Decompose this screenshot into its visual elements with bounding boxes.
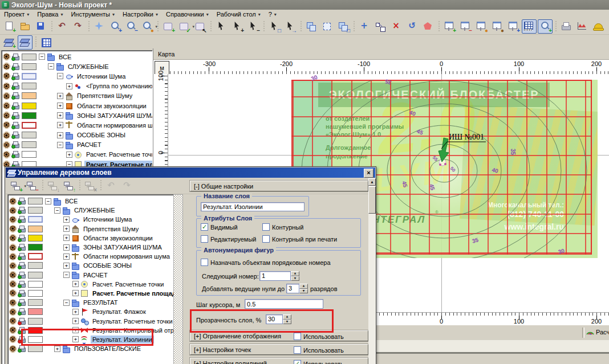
expander-icon[interactable]: + bbox=[63, 226, 70, 232]
scroll-up-icon[interactable]: ▲ bbox=[368, 178, 376, 186]
layer-color-swatch[interactable] bbox=[28, 299, 43, 306]
expander-icon[interactable]: − bbox=[63, 300, 70, 306]
layer-color-swatch[interactable] bbox=[22, 103, 36, 109]
visibility-eye-icon[interactable] bbox=[9, 326, 17, 334]
layer-label[interactable]: ОСОБЫЕ ЗОНЫ bbox=[82, 261, 133, 269]
visibility-eye-icon[interactable] bbox=[9, 289, 17, 297]
tree-row[interactable]: −ВСЕ bbox=[8, 197, 173, 206]
printer-icon[interactable] bbox=[18, 198, 26, 205]
layer-label[interactable]: Результат. Контрольный отрезок bbox=[91, 326, 174, 334]
expander-icon[interactable]: − bbox=[57, 73, 63, 79]
checkbox-use-limit[interactable] bbox=[294, 333, 301, 340]
layer-label[interactable]: РЕЗУЛЬТАТ bbox=[82, 298, 119, 306]
title-bar[interactable]: ≡ Эколог-Шум - Новый проект * bbox=[0, 0, 609, 10]
noise-meter-move-button[interactable]: + bbox=[506, 19, 521, 34]
layer-color-swatch[interactable] bbox=[22, 83, 36, 89]
undo-button[interactable] bbox=[55, 19, 70, 34]
pick-object-button[interactable]: ↖ bbox=[193, 19, 208, 34]
tree-row[interactable]: +Результат. Расчетные точки bbox=[8, 316, 173, 325]
transparency-spinner[interactable]: 30 ▲▼ bbox=[266, 314, 291, 324]
polygon-tool-button[interactable] bbox=[421, 19, 436, 34]
measure-grid-button[interactable] bbox=[522, 19, 537, 34]
visibility-eye-icon[interactable] bbox=[3, 112, 10, 119]
layer-color-swatch[interactable] bbox=[28, 336, 43, 343]
select-add-button[interactable]: + bbox=[230, 19, 245, 34]
redo-button[interactable] bbox=[71, 19, 86, 34]
tree-row[interactable]: +ПОЛЬЗОВАТЕЛЬСКИЕ bbox=[8, 344, 173, 353]
expander-icon[interactable]: + bbox=[66, 152, 72, 158]
printer-icon[interactable] bbox=[18, 253, 26, 260]
visibility-eye-icon[interactable] bbox=[3, 83, 10, 90]
tree-row[interactable]: +Области звукоизоляции bbox=[8, 234, 173, 243]
visibility-eye-icon[interactable] bbox=[9, 308, 17, 316]
tree-row[interactable]: −СЛУЖЕБНЫЕ bbox=[2, 62, 152, 71]
expander-icon[interactable]: + bbox=[63, 235, 70, 241]
printer-icon[interactable] bbox=[11, 141, 19, 148]
printer-icon[interactable] bbox=[11, 132, 19, 138]
printer-icon[interactable] bbox=[18, 336, 26, 343]
tree-row[interactable]: +ЗОНЫ ЗАТУХАНИЯ ШУМА bbox=[2, 111, 152, 120]
new-project-button[interactable]: + bbox=[2, 19, 17, 34]
expander-icon[interactable]: + bbox=[72, 327, 79, 333]
checkbox-contour[interactable] bbox=[262, 223, 270, 231]
visibility-eye-icon[interactable] bbox=[9, 244, 17, 251]
layer-color-swatch[interactable] bbox=[28, 262, 43, 269]
leading-zeros-spinner[interactable]: 3 ▲▼ bbox=[286, 284, 308, 293]
layer-label[interactable]: ВСЕ bbox=[57, 53, 73, 61]
tree-row[interactable]: +Расчет. Расчетные точки bbox=[2, 150, 152, 159]
visibility-eye-icon[interactable] bbox=[3, 121, 10, 129]
layer-name-input[interactable] bbox=[201, 202, 304, 211]
select-cursor-button[interactable] bbox=[214, 19, 229, 34]
tree-row[interactable]: +<Группа по умолчанию> bbox=[2, 81, 152, 91]
checkbox-visible[interactable]: ✓ bbox=[201, 223, 208, 231]
section-general-settings[interactable]: [-] Общие настройки bbox=[190, 181, 368, 191]
layer-color-swatch[interactable] bbox=[28, 226, 43, 232]
layer-color-swatch[interactable] bbox=[22, 73, 36, 80]
expander-icon[interactable]: + bbox=[54, 346, 60, 352]
printer-icon[interactable] bbox=[18, 345, 26, 352]
printer-icon[interactable] bbox=[18, 262, 26, 269]
visibility-eye-icon[interactable] bbox=[3, 141, 10, 149]
scroll-thumb[interactable] bbox=[368, 186, 376, 214]
layer-color-swatch[interactable] bbox=[28, 272, 43, 279]
chart-button[interactable] bbox=[575, 19, 590, 34]
visibility-eye-icon[interactable] bbox=[9, 336, 17, 343]
tree-row[interactable]: +Источники Шума bbox=[8, 215, 173, 224]
printer-icon[interactable] bbox=[11, 92, 19, 99]
expander-icon[interactable]: − bbox=[63, 272, 70, 278]
zoom-select-button[interactable]: + bbox=[538, 19, 553, 34]
layer-label[interactable]: Результат. Флажок bbox=[91, 308, 148, 316]
visibility-eye-icon[interactable] bbox=[3, 63, 10, 70]
layer-color-swatch[interactable] bbox=[28, 281, 43, 288]
layer-label[interactable]: Расчет. Расчетные площадки bbox=[91, 289, 174, 297]
tree-row[interactable]: +Расчет. Расчетные точки bbox=[8, 280, 173, 289]
layer-color-swatch[interactable] bbox=[28, 253, 43, 260]
tree-row[interactable]: −Источники Шума bbox=[2, 71, 152, 81]
layer-label[interactable]: РАСЧЕТ bbox=[82, 271, 109, 279]
layer-color-swatch[interactable] bbox=[28, 235, 43, 242]
move-layer-down-button[interactable]: ↓ bbox=[46, 179, 60, 193]
printer-icon[interactable] bbox=[11, 63, 19, 70]
checkbox-autonumber[interactable] bbox=[201, 259, 208, 266]
layer-label[interactable]: Источники Шума bbox=[75, 72, 127, 80]
layer-color-swatch[interactable] bbox=[28, 207, 43, 214]
layer-color-swatch[interactable] bbox=[28, 345, 43, 352]
layer-color-swatch[interactable] bbox=[28, 244, 43, 251]
expander-icon[interactable]: + bbox=[72, 309, 79, 315]
visibility-eye-icon[interactable] bbox=[9, 207, 17, 214]
layer-color-swatch[interactable] bbox=[22, 151, 36, 158]
expander-icon[interactable]: + bbox=[66, 83, 72, 89]
tree-row[interactable]: +Области нормирования шума bbox=[2, 120, 152, 130]
layer-color-swatch[interactable] bbox=[22, 54, 36, 60]
layer-label[interactable]: <Группа по умолчанию> bbox=[84, 82, 153, 90]
visibility-eye-icon[interactable] bbox=[9, 271, 17, 279]
layer-color-swatch[interactable] bbox=[22, 132, 36, 138]
expander-icon[interactable]: + bbox=[57, 93, 63, 99]
spin-up-icon[interactable]: ▲ bbox=[283, 314, 291, 320]
expander-icon[interactable]: + bbox=[63, 263, 70, 269]
layer-color-swatch[interactable] bbox=[22, 141, 36, 148]
checkbox-use-points[interactable] bbox=[294, 346, 301, 354]
printer-icon[interactable] bbox=[11, 112, 19, 119]
menu-edit[interactable]: Правка▾ bbox=[33, 10, 67, 18]
printer-icon[interactable] bbox=[18, 207, 26, 214]
